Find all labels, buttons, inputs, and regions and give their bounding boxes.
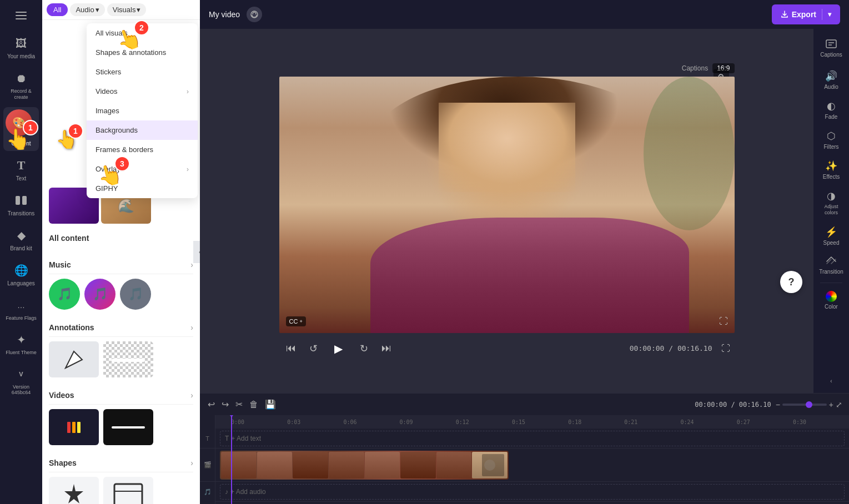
shape-thumb-2[interactable]	[103, 477, 153, 504]
annotations-arrow[interactable]: ›	[190, 323, 193, 332]
film-frame-6	[400, 452, 436, 478]
tl-time-sep: /	[731, 401, 739, 409]
fullscreen-btn-2[interactable]: ⛶	[721, 344, 730, 354]
rewind-button[interactable]: ↺	[307, 340, 320, 357]
zoom-in-button[interactable]: +	[829, 400, 833, 409]
right-sidebar-speed[interactable]: ⚡ Speed	[816, 221, 847, 250]
main-area: My video Export ▾	[200, 0, 849, 504]
save-frame-button[interactable]: 💾	[264, 398, 277, 411]
add-text-label: + Add text	[231, 435, 261, 442]
speed-icon: ⚡	[825, 226, 837, 238]
tab-visuals[interactable]: Visuals ▾	[107, 3, 147, 16]
skip-to-end-button[interactable]: ⏭	[379, 340, 394, 356]
right-sidebar-audio[interactable]: 🔊 Audio	[816, 65, 847, 94]
videos-section-arrow[interactable]: ›	[190, 391, 193, 400]
dropdown-item-videos[interactable]: Videos ›	[87, 82, 198, 101]
sidebar-label-text: Text	[16, 175, 26, 182]
dropdown-item-frames[interactable]: Frames & borders	[87, 140, 198, 159]
audio-track: ♪ + Add audio	[215, 482, 849, 502]
right-sidebar-transition[interactable]: Transition	[816, 251, 847, 279]
sidebar-item-brand-kit[interactable]: ◆ Brand kit	[3, 223, 39, 256]
annotation-thumb-2[interactable]	[103, 341, 153, 377]
sidebar-item-languages[interactable]: 🌐 Languages	[3, 258, 39, 291]
ruler-mark-9: 0:27	[737, 419, 793, 425]
sidebar-item-content[interactable]: 🎨 Content	[3, 107, 39, 151]
music-icon-3[interactable]: 🎵	[120, 279, 151, 310]
help-button[interactable]: ?	[780, 271, 802, 293]
shapes-arrow[interactable]: ›	[190, 458, 193, 467]
video-thumb-1[interactable]	[49, 409, 99, 445]
shape-thumb-1[interactable]	[49, 477, 99, 504]
save-to-cloud-button[interactable]	[247, 7, 262, 22]
redo-button[interactable]: ↪	[220, 398, 230, 411]
ruler-spacer	[200, 415, 215, 429]
tab-audio[interactable]: Audio ▾	[70, 3, 104, 16]
undo-button[interactable]: ↩	[207, 398, 216, 411]
shapes-section-header: Shapes ›	[49, 454, 193, 472]
video-thumb-2[interactable]	[103, 409, 153, 445]
speed-sidebar-label: Speed	[823, 240, 840, 246]
timeline-playhead[interactable]	[231, 415, 232, 504]
project-name[interactable]: My video	[209, 10, 240, 19]
right-sidebar-adjust-colors[interactable]: ◑ Adjust colors	[816, 185, 847, 220]
dropdown-item-overlays[interactable]: Overlays ›	[87, 159, 198, 179]
music-icon-1[interactable]: 🎵	[49, 279, 80, 310]
videos-section-label: Videos	[49, 391, 74, 400]
sidebar-item-record[interactable]: ⏺ Record &create	[3, 66, 39, 105]
ruler-mark-4: 0:12	[456, 419, 512, 425]
right-sidebar-effects[interactable]: ✨ Effects	[816, 155, 847, 184]
dropdown-item-all-visuals[interactable]: All visuals	[87, 23, 198, 43]
video-frame: CC + ⛶	[279, 77, 735, 332]
fit-to-window-button[interactable]: ⤢	[836, 400, 842, 409]
export-chevron[interactable]: ▾	[828, 11, 831, 18]
record-icon: ⏺	[13, 70, 29, 86]
cut-button[interactable]: ✂	[234, 398, 244, 411]
dropdown-item-shapes[interactable]: Shapes & annotations	[87, 43, 198, 62]
annotation-thumb-1[interactable]	[49, 341, 99, 377]
sidebar-item-feature-flags[interactable]: … Feature Flags	[3, 293, 39, 325]
dropdown-item-giphy[interactable]: GIPHY	[87, 179, 198, 198]
svg-rect-4	[114, 484, 142, 505]
play-button[interactable]: ▶	[329, 339, 349, 359]
right-sidebar-captions[interactable]: Captions	[816, 33, 847, 62]
zoom-out-button[interactable]: −	[776, 400, 780, 409]
collapse-icon: ‹	[830, 378, 832, 384]
right-sidebar-collapse[interactable]: ‹	[816, 374, 847, 389]
export-button[interactable]: Export ▾	[772, 4, 840, 24]
add-audio-button[interactable]: ♪ + Add audio	[220, 484, 845, 500]
captions-sidebar-label: Captions	[820, 52, 842, 58]
time-display: 00:00:00 / 00:16.10	[630, 344, 712, 352]
right-sidebar-fade[interactable]: ◐ Fade	[816, 95, 847, 124]
dropdown-item-images[interactable]: Images	[87, 101, 198, 120]
sidebar-item-your-media[interactable]: 🖼 Your media	[3, 31, 39, 64]
right-sidebar-filters[interactable]: ⬡ Filters	[816, 125, 847, 154]
delete-button[interactable]: 🗑	[248, 399, 259, 411]
sidebar-item-text[interactable]: T Text	[3, 153, 39, 186]
sidebar-item-fluent-theme[interactable]: ✦ Fluent Theme	[3, 327, 39, 360]
skip-to-start-button[interactable]: ⏮	[284, 340, 298, 356]
audio-track-label-a: 🎵	[200, 482, 215, 502]
captions-button[interactable]: Captions	[682, 64, 708, 72]
sidebar-item-version[interactable]: V Version 645bc64	[3, 362, 39, 400]
dropdown-item-stickers[interactable]: Stickers	[87, 62, 198, 82]
forward-button[interactable]: ↻	[358, 340, 370, 357]
filters-icon: ⬡	[827, 130, 836, 142]
zoom-slider[interactable]	[782, 404, 827, 406]
collapse-handle[interactable]: ‹	[193, 241, 200, 263]
hamburger-button[interactable]	[10, 4, 32, 27]
videos-section: Videos ›	[49, 386, 193, 445]
fade-icon: ◐	[827, 100, 836, 112]
dropdown-item-backgrounds[interactable]: Backgrounds	[87, 120, 198, 140]
sidebar-label-feature-flags: Feature Flags	[6, 315, 37, 321]
panel-tabs: All Audio ▾ Visuals ▾	[42, 0, 200, 20]
sidebar-item-transitions[interactable]: Transitions	[3, 188, 39, 221]
music-icon-2[interactable]: 🎵	[84, 279, 115, 310]
cc-button[interactable]: CC +	[286, 316, 306, 326]
video-clip[interactable]	[220, 451, 509, 480]
fluent-theme-icon: ✦	[13, 332, 29, 347]
tab-all[interactable]: All	[47, 3, 68, 16]
add-text-button[interactable]: T + Add text	[220, 431, 845, 446]
fullscreen-button[interactable]: ⛶	[719, 316, 728, 326]
face-shape	[439, 103, 575, 192]
right-sidebar-color[interactable]: Color	[816, 286, 847, 314]
